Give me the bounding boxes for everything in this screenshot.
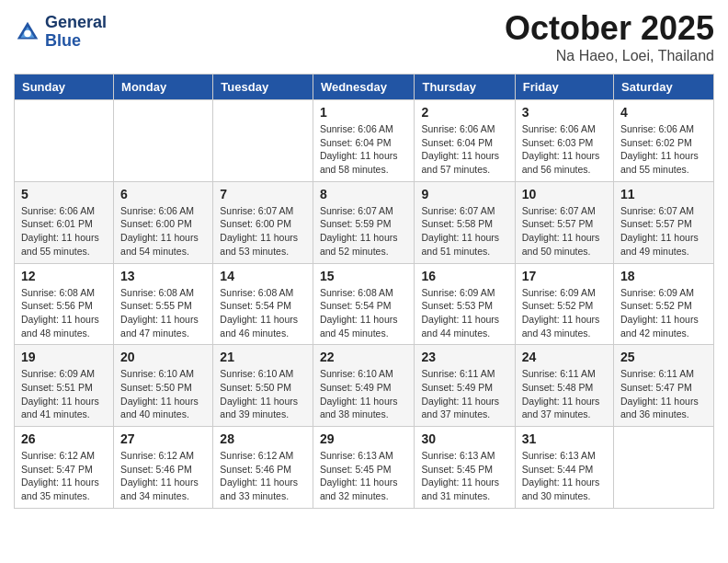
day-number: 29	[320, 431, 408, 446]
calendar-week-row: 1Sunrise: 6:06 AMSunset: 6:04 PMDaylight…	[15, 100, 714, 182]
day-info: Sunrise: 6:07 AMSunset: 5:58 PMDaylight:…	[421, 204, 507, 259]
day-number: 18	[620, 269, 707, 283]
calendar-day-header: Sunday	[15, 75, 114, 100]
calendar-cell: 18Sunrise: 6:09 AMSunset: 5:52 PMDayligh…	[614, 263, 714, 345]
day-info: Sunrise: 6:08 AMSunset: 5:54 PMDaylight:…	[320, 286, 408, 340]
day-number: 7	[220, 187, 306, 201]
calendar-table: SundayMondayTuesdayWednesdayThursdayFrid…	[14, 74, 714, 509]
calendar-cell	[15, 100, 114, 182]
day-number: 9	[421, 187, 507, 201]
page-container: General Blue October 2025 Na Haeo, Loei,…	[0, 0, 728, 518]
day-info: Sunrise: 6:13 AMSunset: 5:45 PMDaylight:…	[320, 449, 408, 503]
day-number: 19	[21, 350, 107, 364]
calendar-cell: 30Sunrise: 6:13 AMSunset: 5:45 PMDayligh…	[415, 427, 515, 509]
logo-text: General Blue	[45, 14, 107, 51]
day-number: 23	[421, 350, 507, 364]
day-info: Sunrise: 6:06 AMSunset: 6:01 PMDaylight:…	[21, 204, 107, 259]
day-info: Sunrise: 6:11 AMSunset: 5:49 PMDaylight:…	[421, 367, 507, 421]
day-number: 14	[220, 269, 306, 283]
calendar-header-row: SundayMondayTuesdayWednesdayThursdayFrid…	[15, 75, 714, 100]
calendar-cell: 7Sunrise: 6:07 AMSunset: 6:00 PMDaylight…	[213, 181, 313, 263]
calendar-cell: 14Sunrise: 6:08 AMSunset: 5:54 PMDayligh…	[213, 263, 313, 345]
calendar-day-header: Friday	[515, 75, 613, 100]
day-info: Sunrise: 6:09 AMSunset: 5:51 PMDaylight:…	[21, 367, 107, 421]
day-number: 22	[320, 350, 408, 364]
calendar-cell: 15Sunrise: 6:08 AMSunset: 5:54 PMDayligh…	[313, 263, 415, 345]
calendar-cell: 26Sunrise: 6:12 AMSunset: 5:47 PMDayligh…	[15, 427, 114, 509]
calendar-cell: 17Sunrise: 6:09 AMSunset: 5:52 PMDayligh…	[515, 263, 613, 345]
month-title: October 2025	[505, 9, 714, 48]
day-info: Sunrise: 6:12 AMSunset: 5:46 PMDaylight:…	[120, 449, 206, 503]
day-info: Sunrise: 6:12 AMSunset: 5:47 PMDaylight:…	[21, 449, 107, 503]
calendar-cell: 24Sunrise: 6:11 AMSunset: 5:48 PMDayligh…	[515, 345, 613, 427]
day-info: Sunrise: 6:11 AMSunset: 5:48 PMDaylight:…	[522, 367, 607, 421]
calendar-cell: 10Sunrise: 6:07 AMSunset: 5:57 PMDayligh…	[515, 181, 613, 263]
day-info: Sunrise: 6:06 AMSunset: 6:04 PMDaylight:…	[320, 122, 408, 177]
calendar-cell: 29Sunrise: 6:13 AMSunset: 5:45 PMDayligh…	[313, 427, 415, 509]
day-info: Sunrise: 6:09 AMSunset: 5:52 PMDaylight:…	[522, 286, 607, 340]
day-number: 4	[620, 105, 707, 120]
calendar-cell	[614, 427, 714, 509]
calendar-day-header: Thursday	[415, 75, 515, 100]
day-number: 27	[120, 431, 206, 446]
day-info: Sunrise: 6:08 AMSunset: 5:54 PMDaylight:…	[220, 286, 306, 340]
day-number: 15	[320, 269, 408, 283]
calendar-week-row: 26Sunrise: 6:12 AMSunset: 5:47 PMDayligh…	[15, 427, 714, 509]
day-number: 3	[522, 105, 607, 120]
day-number: 2	[421, 105, 507, 120]
calendar-cell: 12Sunrise: 6:08 AMSunset: 5:56 PMDayligh…	[15, 263, 114, 345]
calendar-cell: 19Sunrise: 6:09 AMSunset: 5:51 PMDayligh…	[15, 345, 114, 427]
calendar-cell: 8Sunrise: 6:07 AMSunset: 5:59 PMDaylight…	[313, 181, 415, 263]
day-info: Sunrise: 6:11 AMSunset: 5:47 PMDaylight:…	[620, 367, 707, 421]
day-info: Sunrise: 6:07 AMSunset: 5:57 PMDaylight:…	[620, 204, 707, 259]
day-number: 11	[620, 187, 707, 201]
day-number: 6	[120, 187, 206, 201]
day-info: Sunrise: 6:07 AMSunset: 5:59 PMDaylight:…	[320, 204, 408, 259]
day-number: 20	[120, 350, 206, 364]
calendar-cell: 6Sunrise: 6:06 AMSunset: 6:00 PMDaylight…	[114, 181, 213, 263]
calendar-cell	[213, 100, 313, 182]
location: Na Haeo, Loei, Thailand	[505, 48, 714, 64]
calendar-cell: 2Sunrise: 6:06 AMSunset: 6:04 PMDaylight…	[415, 100, 515, 182]
calendar-cell: 1Sunrise: 6:06 AMSunset: 6:04 PMDaylight…	[313, 100, 415, 182]
day-info: Sunrise: 6:08 AMSunset: 5:55 PMDaylight:…	[120, 286, 206, 340]
calendar-day-header: Monday	[114, 75, 213, 100]
day-number: 1	[320, 105, 408, 120]
day-number: 8	[320, 187, 408, 201]
day-number: 24	[522, 350, 607, 364]
calendar-cell: 23Sunrise: 6:11 AMSunset: 5:49 PMDayligh…	[415, 345, 515, 427]
calendar-day-header: Saturday	[614, 75, 714, 100]
title-block: October 2025 Na Haeo, Loei, Thailand	[505, 9, 714, 64]
day-number: 5	[21, 187, 107, 201]
day-info: Sunrise: 6:06 AMSunset: 6:03 PMDaylight:…	[522, 122, 607, 177]
day-info: Sunrise: 6:09 AMSunset: 5:52 PMDaylight:…	[620, 286, 707, 340]
calendar-week-row: 5Sunrise: 6:06 AMSunset: 6:01 PMDaylight…	[15, 181, 714, 263]
day-info: Sunrise: 6:10 AMSunset: 5:50 PMDaylight:…	[220, 367, 306, 421]
day-number: 10	[522, 187, 607, 201]
day-info: Sunrise: 6:10 AMSunset: 5:49 PMDaylight:…	[320, 367, 408, 421]
calendar-cell: 27Sunrise: 6:12 AMSunset: 5:46 PMDayligh…	[114, 427, 213, 509]
day-number: 16	[421, 269, 507, 283]
calendar-day-header: Tuesday	[213, 75, 313, 100]
svg-point-2	[24, 30, 31, 38]
day-number: 21	[220, 350, 306, 364]
calendar-cell: 11Sunrise: 6:07 AMSunset: 5:57 PMDayligh…	[614, 181, 714, 263]
calendar-cell: 4Sunrise: 6:06 AMSunset: 6:02 PMDaylight…	[614, 100, 714, 182]
calendar-cell: 20Sunrise: 6:10 AMSunset: 5:50 PMDayligh…	[114, 345, 213, 427]
day-info: Sunrise: 6:06 AMSunset: 6:02 PMDaylight:…	[620, 122, 707, 177]
day-info: Sunrise: 6:13 AMSunset: 5:45 PMDaylight:…	[421, 449, 507, 503]
day-info: Sunrise: 6:09 AMSunset: 5:53 PMDaylight:…	[421, 286, 507, 340]
calendar-week-row: 12Sunrise: 6:08 AMSunset: 5:56 PMDayligh…	[15, 263, 714, 345]
day-number: 25	[620, 350, 707, 364]
day-info: Sunrise: 6:10 AMSunset: 5:50 PMDaylight:…	[120, 367, 206, 421]
logo-icon	[14, 18, 41, 46]
day-info: Sunrise: 6:06 AMSunset: 6:04 PMDaylight:…	[421, 122, 507, 177]
day-number: 26	[21, 431, 107, 446]
day-info: Sunrise: 6:12 AMSunset: 5:46 PMDaylight:…	[220, 449, 306, 503]
page-header: General Blue October 2025 Na Haeo, Loei,…	[14, 9, 714, 64]
day-info: Sunrise: 6:07 AMSunset: 6:00 PMDaylight:…	[220, 204, 306, 259]
day-info: Sunrise: 6:13 AMSunset: 5:44 PMDaylight:…	[522, 449, 607, 503]
calendar-cell: 13Sunrise: 6:08 AMSunset: 5:55 PMDayligh…	[114, 263, 213, 345]
calendar-cell: 28Sunrise: 6:12 AMSunset: 5:46 PMDayligh…	[213, 427, 313, 509]
day-number: 28	[220, 431, 306, 446]
